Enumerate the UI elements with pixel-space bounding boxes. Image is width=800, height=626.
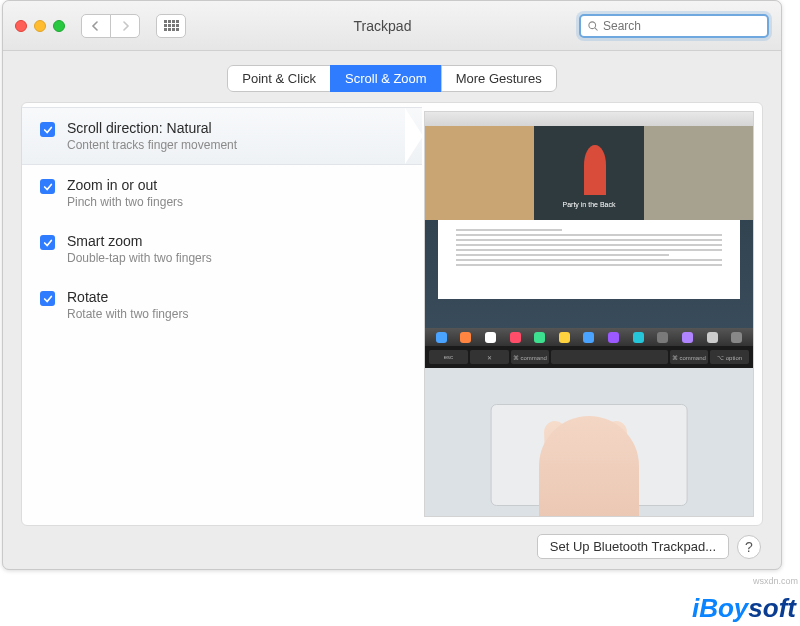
svg-point-0	[589, 21, 596, 28]
touchbar-key: esc	[429, 350, 468, 364]
option-desc: Rotate with two fingers	[67, 307, 188, 321]
window-title: Trackpad	[196, 18, 569, 34]
touchbar-key	[551, 350, 667, 364]
minimize-icon[interactable]	[34, 20, 46, 32]
preview-area: Party in the Back esc ✕ ⌘ command ⌘ comm…	[422, 103, 762, 525]
check-icon	[43, 294, 53, 304]
option-rotate[interactable]: Rotate Rotate with two fingers	[22, 277, 422, 333]
check-icon	[43, 182, 53, 192]
search-field[interactable]	[579, 14, 769, 38]
source-tag: wsxdn.com	[753, 576, 798, 586]
tab-bar: Point & Click Scroll & Zoom More Gesture…	[21, 65, 763, 92]
checkbox[interactable]	[40, 235, 55, 250]
chevron-right-icon	[120, 21, 130, 31]
check-icon	[43, 238, 53, 248]
back-button[interactable]	[81, 14, 111, 38]
touchbar-key: ⌥ option	[710, 350, 749, 364]
preview-dock	[425, 328, 753, 346]
grid-icon	[164, 20, 179, 31]
option-desc: Pinch with two fingers	[67, 195, 183, 209]
svg-line-1	[595, 27, 598, 30]
titlebar: Trackpad	[3, 1, 781, 51]
tab-scroll-zoom[interactable]: Scroll & Zoom	[330, 65, 442, 92]
options-list: Scroll direction: Natural Content tracks…	[22, 103, 422, 525]
hand-icon	[539, 416, 639, 517]
chevron-left-icon	[91, 21, 101, 31]
settings-panel: Scroll direction: Natural Content tracks…	[21, 102, 763, 526]
gesture-preview: Party in the Back esc ✕ ⌘ command ⌘ comm…	[424, 111, 754, 517]
option-zoom[interactable]: Zoom in or out Pinch with two fingers	[22, 165, 422, 221]
option-title: Smart zoom	[67, 233, 212, 249]
forward-button[interactable]	[110, 14, 140, 38]
close-icon[interactable]	[15, 20, 27, 32]
watermark-logo: iBoysoft	[692, 593, 796, 624]
search-input[interactable]	[603, 19, 761, 33]
touchbar-key: ⌘ command	[670, 350, 709, 364]
option-desc: Content tracks finger movement	[67, 138, 237, 152]
option-scroll-direction[interactable]: Scroll direction: Natural Content tracks…	[22, 107, 422, 165]
preferences-window: Trackpad Point & Click Scroll & Zoom Mor…	[2, 0, 782, 570]
option-title: Zoom in or out	[67, 177, 183, 193]
checkbox[interactable]	[40, 291, 55, 306]
preview-screen: Party in the Back	[425, 112, 753, 346]
window-controls	[15, 20, 65, 32]
show-all-button[interactable]	[156, 14, 186, 38]
preview-caption: Party in the Back	[458, 201, 720, 208]
checkbox[interactable]	[40, 179, 55, 194]
help-button[interactable]: ?	[737, 535, 761, 559]
zoom-icon[interactable]	[53, 20, 65, 32]
content-area: Point & Click Scroll & Zoom More Gesture…	[3, 51, 781, 569]
preview-touchbar: esc ✕ ⌘ command ⌘ command ⌥ option	[425, 346, 753, 516]
search-icon	[587, 20, 599, 32]
option-desc: Double-tap with two fingers	[67, 251, 212, 265]
nav-buttons	[81, 14, 140, 38]
option-smart-zoom[interactable]: Smart zoom Double-tap with two fingers	[22, 221, 422, 277]
footer: Set Up Bluetooth Trackpad... ?	[21, 526, 763, 559]
option-title: Scroll direction: Natural	[67, 120, 237, 136]
tab-point-click[interactable]: Point & Click	[227, 65, 331, 92]
option-title: Rotate	[67, 289, 188, 305]
touchbar-key: ⌘ command	[511, 350, 550, 364]
check-icon	[43, 125, 53, 135]
touchbar-key: ✕	[470, 350, 509, 364]
checkbox[interactable]	[40, 122, 55, 137]
tab-more-gestures[interactable]: More Gestures	[441, 65, 557, 92]
setup-bluetooth-button[interactable]: Set Up Bluetooth Trackpad...	[537, 534, 729, 559]
